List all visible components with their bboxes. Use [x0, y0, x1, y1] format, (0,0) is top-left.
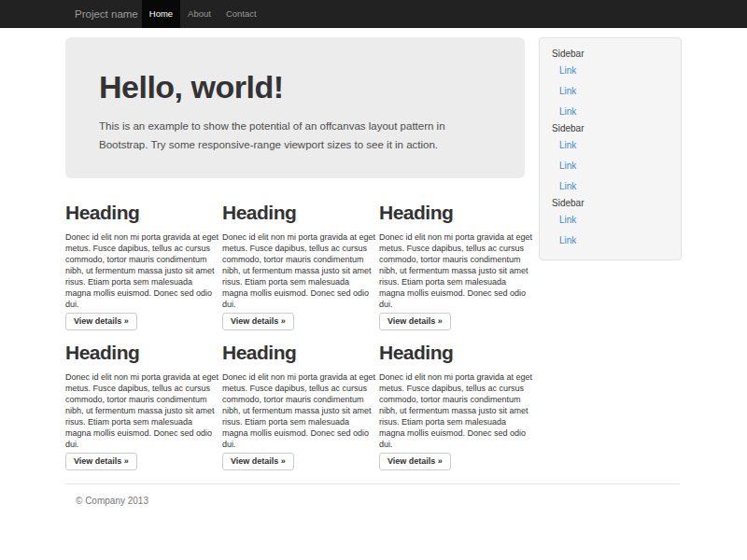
nav-item[interactable]: Contact: [218, 0, 264, 28]
view-details-button[interactable]: View details »: [65, 453, 137, 470]
card-body: Donec id elit non mi porta gravida at eg…: [65, 371, 219, 450]
card-body: Donec id elit non mi porta gravida at eg…: [222, 371, 376, 450]
navbar-nav: HomeAboutContact: [142, 0, 264, 28]
card-body: Donec id elit non mi porta gravida at eg…: [379, 371, 533, 450]
content-card: Heading Donec id elit non mi porta gravi…: [379, 342, 536, 482]
sidebar-group-heading: Sidebar: [552, 122, 681, 135]
card-heading: Heading: [222, 342, 379, 363]
sidebar-link[interactable]: Link: [559, 176, 681, 197]
sidebar-group: Sidebar LinkLinkLink: [540, 48, 681, 122]
jumbotron-title: Hello, world!: [99, 69, 491, 105]
sidebar-link[interactable]: Link: [559, 231, 681, 251]
jumbotron-description: This is an example to show the potential…: [99, 117, 468, 154]
card-body: Donec id elit non mi porta gravida at eg…: [222, 231, 376, 310]
sidebar-link[interactable]: Link: [559, 210, 681, 231]
content-card: Heading Donec id elit non mi porta gravi…: [379, 202, 536, 342]
footer-divider: [65, 483, 680, 484]
nav-item[interactable]: About: [180, 0, 218, 28]
view-details-button[interactable]: View details »: [379, 453, 451, 470]
card-heading: Heading: [379, 202, 536, 223]
sidebar-link[interactable]: Link: [559, 102, 681, 122]
view-details-button[interactable]: View details »: [65, 313, 137, 330]
sidebar-link[interactable]: Link: [559, 81, 681, 102]
copyright-text: © Company 2013: [76, 496, 148, 506]
view-details-button[interactable]: View details »: [222, 453, 294, 470]
sidebar-group-heading: Sidebar: [552, 48, 681, 61]
content-grid: Heading Donec id elit non mi porta gravi…: [65, 202, 536, 482]
content-card: Heading Donec id elit non mi porta gravi…: [222, 202, 379, 342]
view-details-button[interactable]: View details »: [379, 313, 451, 330]
sidebar-panel: Sidebar LinkLinkLink Sidebar LinkLinkLin…: [539, 37, 682, 260]
sidebar-group-heading: Sidebar: [552, 197, 681, 210]
navbar-brand[interactable]: Project name: [75, 0, 138, 28]
card-body: Donec id elit non mi porta gravida at eg…: [379, 231, 533, 310]
card-body: Donec id elit non mi porta gravida at eg…: [65, 231, 219, 310]
content-card: Heading Donec id elit non mi porta gravi…: [65, 342, 222, 482]
sidebar-link[interactable]: Link: [559, 61, 681, 81]
sidebar-group: Sidebar LinkLink: [540, 197, 681, 251]
nav-item[interactable]: Home: [142, 0, 180, 28]
card-heading: Heading: [379, 342, 536, 363]
card-heading: Heading: [65, 202, 222, 223]
sidebar-group: Sidebar LinkLinkLink: [540, 122, 681, 197]
sidebar-link[interactable]: Link: [559, 156, 681, 176]
jumbotron: Hello, world! This is an example to show…: [65, 37, 525, 178]
card-heading: Heading: [65, 342, 222, 363]
view-details-button[interactable]: View details »: [222, 313, 294, 330]
navbar: Project name HomeAboutContact: [0, 0, 747, 28]
sidebar-link[interactable]: Link: [559, 135, 681, 156]
card-heading: Heading: [222, 202, 379, 223]
content-card: Heading Donec id elit non mi porta gravi…: [222, 342, 379, 482]
content-card: Heading Donec id elit non mi porta gravi…: [65, 202, 222, 342]
